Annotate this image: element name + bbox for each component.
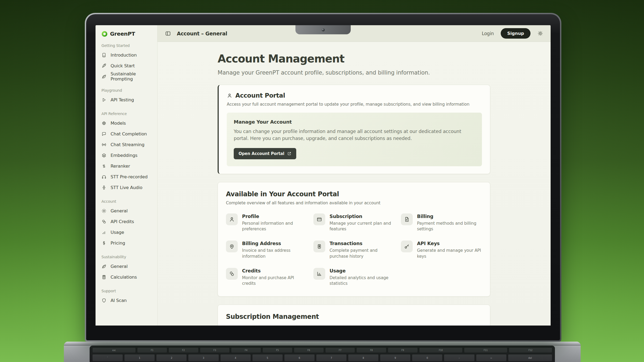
layers-icon xyxy=(101,153,107,158)
book-icon xyxy=(101,53,107,58)
features-grid: ProfilePersonal information and preferen… xyxy=(226,213,482,287)
key-8: 8 xyxy=(348,354,379,361)
sidebar-item-label: Models xyxy=(111,121,126,126)
leaf-icon xyxy=(101,74,107,79)
features-title: Available in Your Account Portal xyxy=(226,190,482,198)
sidebar-nav: Getting StartedIntroductionQuick StartSu… xyxy=(101,43,155,306)
key-del: del xyxy=(508,354,552,361)
laptop-hinge xyxy=(64,342,581,346)
sidebar-section-label-playground: Playground xyxy=(101,88,155,93)
feature-title: Profile xyxy=(242,214,307,219)
camera-notch xyxy=(295,25,351,34)
sidebar-item-chat-streaming[interactable]: Chat Streaming xyxy=(101,139,155,150)
page-title: Account Management xyxy=(218,53,551,65)
feature-description: Payment methods and billing settings xyxy=(417,221,482,232)
sidebar-item-pricing[interactable]: Pricing xyxy=(101,238,155,248)
sidebar-item-label: Usage xyxy=(111,230,124,235)
sidebar-item-chat-completion[interactable]: Chat Completion xyxy=(101,128,155,139)
key-2: 2 xyxy=(156,354,187,361)
sidebar-item-label: Sustainable Prompting xyxy=(111,71,155,82)
sidebar-item-models[interactable]: Models xyxy=(101,118,155,128)
subscription-management-card: Subscription Management xyxy=(218,305,490,326)
key-6: 6 xyxy=(284,354,315,361)
feature-description: Detailed analytics and usage statistics xyxy=(330,275,394,287)
receipt-icon xyxy=(313,241,325,252)
sidebar-item-api-credits[interactable]: API Credits xyxy=(101,216,155,227)
key-f1: F1 xyxy=(137,348,167,353)
sidebar-item-calculations[interactable]: Calculations xyxy=(101,272,155,282)
sidebar-item-general[interactable]: General xyxy=(101,261,155,272)
sidebar-section-label-sustainability: Sustainability xyxy=(101,255,155,259)
signup-button[interactable]: Signup xyxy=(501,28,530,39)
key-9: 9 xyxy=(380,354,411,361)
feature-credits: CreditsMonitor and purchase API credits xyxy=(226,268,307,287)
feature-title: Credits xyxy=(242,268,307,274)
sidebar-item-ai-scan[interactable]: AI Scan xyxy=(101,295,155,306)
coins-icon xyxy=(226,268,238,280)
open-account-portal-button[interactable]: Open Account Portal xyxy=(234,148,296,159)
feature-subscription: SubscriptionManage your current plan and… xyxy=(313,213,394,232)
feature-transactions: TransactionsComplete payment and purchas… xyxy=(313,241,394,259)
sidebar-item-quick-start[interactable]: Quick Start xyxy=(101,60,155,71)
sidebar: GreenPT Getting StartedIntroductionQuick… xyxy=(96,25,158,326)
sort-icon xyxy=(101,164,107,169)
key-icon xyxy=(401,241,413,252)
bar-chart-icon xyxy=(313,268,325,280)
external-link-icon xyxy=(287,152,291,156)
sidebar-item-label: Introduction xyxy=(111,53,137,58)
sidebar-item-usage[interactable]: Usage xyxy=(101,227,155,238)
rocket-icon xyxy=(101,63,107,68)
chat-icon xyxy=(101,131,107,136)
key-5: 5 xyxy=(252,354,283,361)
key-f10: F10 xyxy=(419,348,463,353)
sidebar-toggle-icon[interactable] xyxy=(165,31,171,36)
key-7: 7 xyxy=(316,354,347,361)
mic-icon xyxy=(101,185,107,190)
sidebar-item-label: Calculations xyxy=(111,275,137,280)
feature-description: Monitor and purchase API credits xyxy=(242,275,307,287)
key-f3: F3 xyxy=(200,348,230,353)
logo[interactable]: GreenPT xyxy=(101,31,155,37)
feature-title: Billing Address xyxy=(242,241,307,246)
feature-description: Generate and manage your API keys xyxy=(417,248,482,259)
login-link[interactable]: Login xyxy=(482,31,494,36)
sidebar-item-stt-live-audio[interactable]: STT Live Audio xyxy=(101,182,155,193)
manage-account-text: You can change your profile information … xyxy=(234,128,470,142)
shield-icon xyxy=(101,298,107,303)
laptop-base: escF1F2F3F4F5F6F7F8F9F10F11F12`123456789… xyxy=(64,342,581,362)
sidebar-item-embeddings[interactable]: Embeddings xyxy=(101,150,155,161)
sidebar-item-api-testing[interactable]: API Testing xyxy=(101,94,155,105)
key-blank: ` xyxy=(92,354,123,361)
laptop-keyboard: escF1F2F3F4F5F6F7F8F9F10F11F12`123456789… xyxy=(90,346,555,362)
breadcrumb: Account – General xyxy=(177,31,227,36)
features-card: Available in Your Account Portal Complet… xyxy=(218,182,490,297)
key-1: 1 xyxy=(124,354,155,361)
broadcast-icon xyxy=(101,142,107,147)
theme-toggle-sun-icon[interactable] xyxy=(537,31,543,36)
sidebar-item-introduction[interactable]: Introduction xyxy=(101,50,155,60)
feature-description: Manage your current plan and features xyxy=(330,221,394,232)
sidebar-item-stt-pre-recorded[interactable]: STT Pre-recorded xyxy=(101,171,155,182)
sidebar-item-sustainable-prompting[interactable]: Sustainable Prompting xyxy=(101,71,155,82)
gear-icon xyxy=(101,208,107,213)
leaf-icon xyxy=(101,264,107,269)
sidebar-item-general[interactable]: General xyxy=(101,205,155,216)
feature-billing-address: Billing AddressInvoice and tax address i… xyxy=(226,241,307,259)
sidebar-item-label: Chat Streaming xyxy=(111,142,144,147)
person-icon xyxy=(226,213,238,225)
sidebar-item-reranker[interactable]: Reranker xyxy=(101,161,155,171)
laptop-bezel: GreenPT Getting StartedIntroductionQuick… xyxy=(86,14,560,340)
feature-api-keys: API KeysGenerate and manage your API key… xyxy=(401,241,482,259)
feature-description: Complete payment and purchase history xyxy=(330,248,394,259)
key-f7: F7 xyxy=(325,348,355,353)
key-0: 0 xyxy=(412,354,442,361)
feature-description: Invoice and tax address information xyxy=(242,248,307,259)
main-content: Account Management Manage your GreenPT a… xyxy=(158,42,551,326)
key-f9: F9 xyxy=(388,348,418,353)
key-blank: = xyxy=(476,354,507,361)
sidebar-item-label: STT Live Audio xyxy=(111,185,142,190)
sidebar-section-label-account: Account xyxy=(101,199,155,204)
sidebar-section-label-api-reference: API Reference xyxy=(101,112,155,116)
subscription-management-title: Subscription Management xyxy=(226,313,482,320)
play-icon xyxy=(101,97,107,102)
